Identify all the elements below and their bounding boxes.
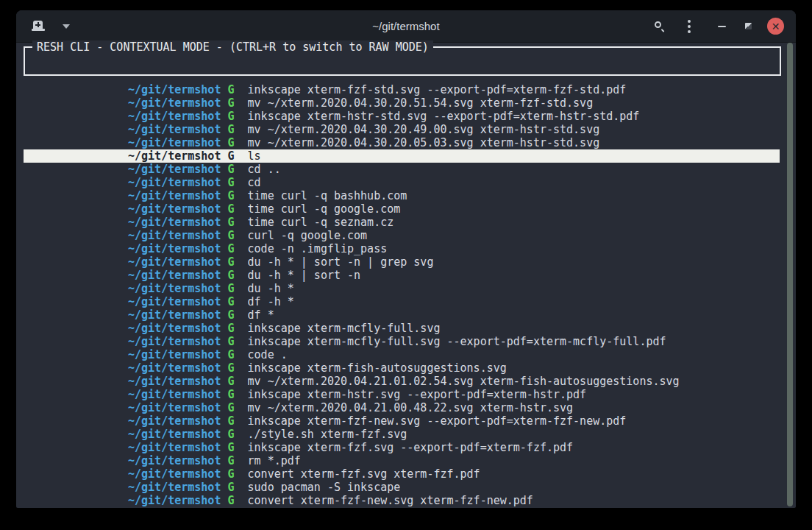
history-row[interactable]: ~/git/termshot G mv ~/xterm.2020.04.30.2… xyxy=(24,123,780,136)
command-text: code -n .imgflip_pass xyxy=(248,242,388,255)
prompt-path: ~/git/termshot xyxy=(128,401,221,414)
command-text: inkscape xterm-mcfly-full.svg xyxy=(248,322,441,335)
minimize-icon xyxy=(718,26,726,27)
titlebar-right-group: ✕ xyxy=(651,10,796,42)
scrollbar-thumb[interactable] xyxy=(787,43,793,506)
git-indicator: G xyxy=(227,401,234,414)
prompt-path: ~/git/termshot xyxy=(128,83,221,96)
new-tab-button[interactable] xyxy=(29,18,47,35)
prompt-path: ~/git/termshot xyxy=(128,388,221,401)
history-row[interactable]: ~/git/termshot G inkscape xterm-fzf.svg … xyxy=(24,441,780,454)
history-row[interactable]: ~/git/termshot G code -n .imgflip_pass xyxy=(24,242,780,255)
history-row[interactable]: ~/git/termshot G inkscape xterm-fzf-std.… xyxy=(24,83,780,96)
command-text: mv ~/xterm.2020.04.21.00.48.22.svg xterm… xyxy=(248,401,574,414)
git-indicator: G xyxy=(227,242,234,255)
git-indicator: G xyxy=(227,322,234,335)
history-row[interactable]: ~/git/termshot G ls xyxy=(24,149,780,163)
restore-button[interactable] xyxy=(739,18,757,35)
history-row[interactable]: ~/git/termshot G df * xyxy=(24,308,780,322)
search-button[interactable] xyxy=(651,18,669,35)
prompt-path: ~/git/termshot xyxy=(128,481,221,494)
history-row[interactable]: ~/git/termshot G code . xyxy=(24,348,780,361)
prompt-path: ~/git/termshot xyxy=(128,428,221,441)
command-text: time curl -q bashhub.com xyxy=(248,189,407,202)
tab-list-dropdown-button[interactable] xyxy=(57,18,75,35)
prompt-path: ~/git/termshot xyxy=(128,163,221,176)
terminal-window: ~/git/termshot ✕ RESH CL xyxy=(16,10,796,508)
git-indicator: G xyxy=(227,295,234,308)
prompt-path: ~/git/termshot xyxy=(128,189,221,202)
git-indicator: G xyxy=(227,149,234,163)
prompt-path: ~/git/termshot xyxy=(128,308,221,322)
close-button[interactable]: ✕ xyxy=(767,18,784,35)
history-row[interactable]: ~/git/termshot G inkscape xterm-mcfly-fu… xyxy=(24,335,780,348)
history-row[interactable]: ~/git/termshot G inkscape xterm-mcfly-fu… xyxy=(24,322,780,335)
history-row[interactable]: ~/git/termshot G time curl -q google.com xyxy=(24,202,780,216)
command-text: inkscape xterm-hstr.svg --export-pdf=xte… xyxy=(248,388,587,401)
history-row[interactable]: ~/git/termshot G du -h * xyxy=(24,282,780,295)
history-row[interactable]: ~/git/termshot G du -h * | sort -n | gre… xyxy=(24,255,780,269)
history-row[interactable]: ~/git/termshot G cd .. xyxy=(24,163,780,176)
command-text: curl -q google.com xyxy=(248,229,368,242)
prompt-path: ~/git/termshot xyxy=(128,322,221,335)
titlebar: ~/git/termshot ✕ xyxy=(16,10,796,43)
history-row[interactable]: ~/git/termshot G inkscape xterm-fzf-new.… xyxy=(24,414,780,428)
history-row[interactable]: ~/git/termshot G inkscape xterm-hstr-std… xyxy=(24,110,780,123)
prompt-path: ~/git/termshot xyxy=(128,295,221,308)
prompt-path: ~/git/termshot xyxy=(128,96,221,110)
prompt-path: ~/git/termshot xyxy=(128,110,221,123)
command-text: sudo pacman -S inkscape xyxy=(248,481,401,494)
resh-header-box: RESH CLI - CONTEXTUAL MODE - (CTRL+R to … xyxy=(24,46,781,76)
prompt-path: ~/git/termshot xyxy=(128,202,221,216)
menu-button[interactable] xyxy=(680,18,698,35)
command-text: rm *.pdf xyxy=(248,454,301,467)
history-row[interactable]: ~/git/termshot G time curl -q seznam.cz xyxy=(24,216,780,229)
command-text: inkscape xterm-hstr-std.svg --export-pdf… xyxy=(248,110,640,123)
history-row[interactable]: ~/git/termshot G inkscape xterm-hstr.svg… xyxy=(24,388,780,401)
history-row[interactable]: ~/git/termshot G cd xyxy=(24,176,780,189)
git-indicator: G xyxy=(227,255,234,269)
command-text: du -h * | sort -n xyxy=(248,269,361,282)
history-row[interactable]: ~/git/termshot G rm *.pdf xyxy=(24,454,780,467)
history-row[interactable]: ~/git/termshot G curl -q google.com xyxy=(24,229,780,242)
history-row[interactable]: ~/git/termshot G mv ~/xterm.2020.04.21.0… xyxy=(24,401,780,414)
prompt-path: ~/git/termshot xyxy=(128,242,221,255)
command-text: time curl -q google.com xyxy=(248,202,401,216)
history-row[interactable]: ~/git/termshot G convert xterm-fzf-new.s… xyxy=(24,494,780,507)
git-indicator: G xyxy=(227,189,234,202)
minimize-button[interactable] xyxy=(713,18,730,35)
command-text: df -h * xyxy=(248,295,294,308)
git-indicator: G xyxy=(227,454,234,467)
search-icon xyxy=(654,21,666,32)
prompt-path: ~/git/termshot xyxy=(128,414,221,428)
titlebar-left-group xyxy=(29,18,75,35)
menu-kebab-icon xyxy=(688,20,691,33)
history-row[interactable]: ~/git/termshot G convert xterm-fzf.svg x… xyxy=(24,467,780,481)
history-row[interactable]: ~/git/termshot G ./style.sh xterm-fzf.sv… xyxy=(24,428,780,441)
git-indicator: G xyxy=(227,110,234,123)
history-row[interactable]: ~/git/termshot G mv ~/xterm.2020.04.21.0… xyxy=(24,375,780,388)
history-row[interactable]: ~/git/termshot G df -h * xyxy=(24,295,780,308)
command-text: convert xterm-fzf-new.svg xterm-fzf-new.… xyxy=(248,494,533,507)
command-text: inkscape xterm-fzf-std.svg --export-pdf=… xyxy=(248,83,627,96)
history-row[interactable]: ~/git/termshot G mv ~/xterm.2020.04.30.2… xyxy=(24,136,780,149)
history-row[interactable]: ~/git/termshot G mv ~/xterm.2020.04.30.2… xyxy=(24,96,780,110)
caret-down-icon xyxy=(63,24,70,29)
history-row[interactable]: ~/git/termshot G inkscape xterm-fish-aut… xyxy=(24,361,780,375)
command-text: mv ~/xterm.2020.04.30.20.05.03.svg xterm… xyxy=(248,136,600,149)
history-row[interactable]: ~/git/termshot G time curl -q bashhub.co… xyxy=(24,189,780,202)
prompt-path: ~/git/termshot xyxy=(128,255,221,269)
prompt-path: ~/git/termshot xyxy=(128,216,221,229)
prompt-path: ~/git/termshot xyxy=(128,454,221,467)
command-text: inkscape xterm-fish-autosuggestions.svg xyxy=(248,361,507,375)
history-row[interactable]: ~/git/termshot G sudo pacman -S inkscape xyxy=(24,481,780,494)
prompt-path: ~/git/termshot xyxy=(128,494,221,507)
git-indicator: G xyxy=(227,428,234,441)
history-list: ~/git/termshot G inkscape xterm-fzf-std.… xyxy=(24,83,780,507)
git-indicator: G xyxy=(227,335,234,348)
resh-search-input[interactable] xyxy=(28,54,777,68)
command-text: ./style.sh xterm-fzf.svg xyxy=(248,428,407,441)
history-row[interactable]: ~/git/termshot G du -h * | sort -n xyxy=(24,269,780,282)
prompt-path: ~/git/termshot xyxy=(128,467,221,481)
command-text: ls xyxy=(248,149,261,163)
